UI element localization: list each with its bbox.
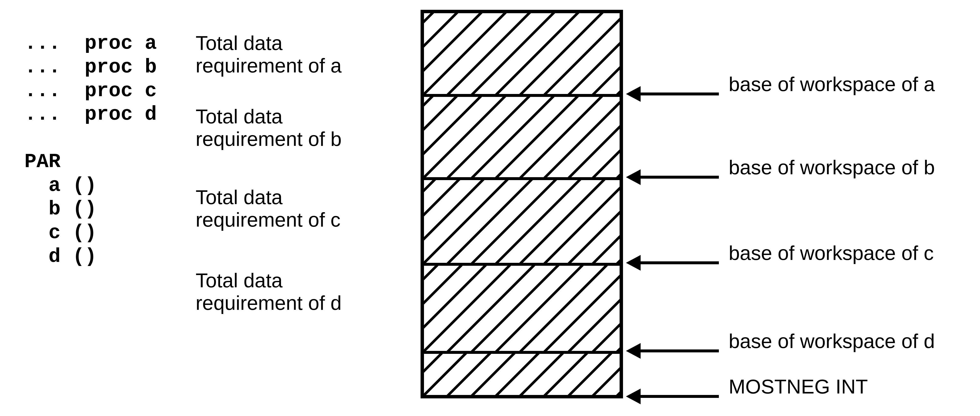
hatch-fill	[424, 97, 620, 177]
label-base-d: base of workspace of d	[729, 330, 935, 352]
arrow-shaft	[636, 395, 719, 398]
hatch-fill	[424, 354, 620, 395]
hatch-fill	[424, 180, 620, 263]
mem-seg-a	[424, 13, 620, 94]
hatch-fill	[424, 266, 620, 351]
label-base-a: base of workspace of a	[729, 73, 935, 96]
label-base-b: base of workspace of b	[729, 156, 935, 179]
arrow-base-c	[626, 260, 719, 265]
hatch-fill	[424, 13, 620, 94]
arrow-shaft	[636, 92, 719, 96]
label-req-b: Total data requirement of b	[196, 105, 342, 150]
mem-seg-b	[424, 94, 620, 177]
mem-seg-d	[424, 263, 620, 351]
memory-diagram	[420, 10, 623, 398]
label-mostneg: MOSTNEG INT	[729, 375, 868, 398]
label-base-c: base of workspace of c	[729, 242, 934, 265]
label-req-a: Total data requirement of a	[196, 32, 342, 77]
label-req-d: Total data requirement of d	[196, 269, 342, 314]
arrow-mostneg	[626, 394, 719, 399]
arrow-base-d	[626, 349, 719, 353]
occam-code-block: ... proc a ... proc b ... proc c ... pro…	[24, 32, 157, 269]
arrow-base-b	[626, 175, 719, 180]
arrow-base-a	[626, 91, 719, 96]
mem-seg-c	[424, 177, 620, 263]
mem-seg-remainder	[424, 351, 620, 395]
label-req-c: Total data requirement of c	[196, 186, 340, 231]
arrow-shaft	[636, 261, 719, 264]
arrow-shaft	[636, 349, 719, 352]
arrow-shaft	[636, 176, 719, 179]
